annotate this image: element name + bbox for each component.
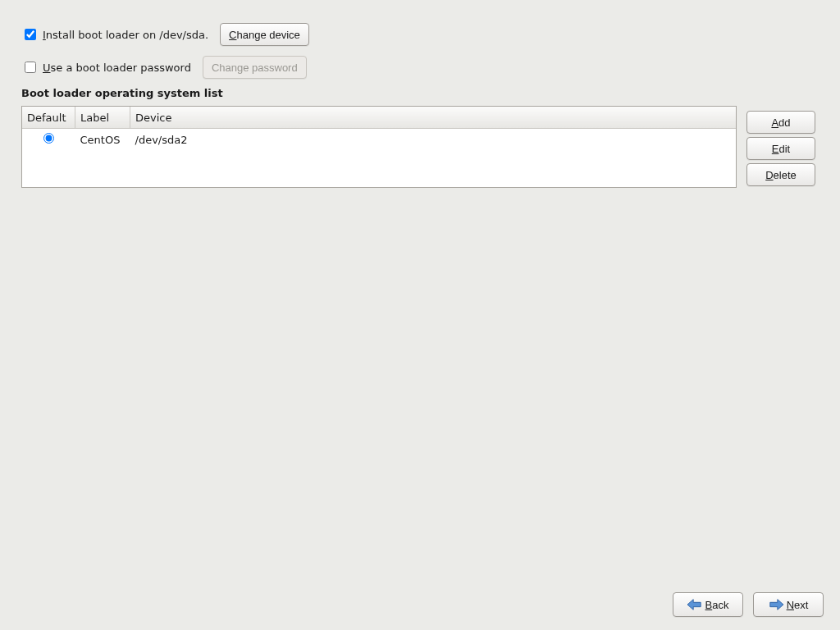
os-table-header-row: Default Label Device xyxy=(22,107,736,129)
bootloader-config-screen: Install boot loader on /dev/sda. Change … xyxy=(0,0,840,630)
column-header-label[interactable]: Label xyxy=(75,107,130,129)
change-device-button[interactable]: Change device xyxy=(220,23,309,46)
install-bootloader-label: Install boot loader on /dev/sda. xyxy=(43,29,208,41)
column-header-default[interactable]: Default xyxy=(22,107,75,129)
column-header-device[interactable]: Device xyxy=(130,107,737,129)
install-bootloader-row: Install boot loader on /dev/sda. Change … xyxy=(21,21,819,48)
os-list-title: Boot loader operating system list xyxy=(21,87,819,99)
table-row[interactable]: CentOS /dev/sda2 xyxy=(22,129,736,150)
arrow-left-icon xyxy=(687,599,702,610)
os-device-cell: /dev/sda2 xyxy=(130,129,737,150)
os-label-cell: CentOS xyxy=(75,129,130,150)
back-button[interactable]: Back xyxy=(673,592,743,617)
add-button[interactable]: Add xyxy=(746,111,815,134)
wizard-nav: Back Next xyxy=(673,592,824,617)
change-password-button: Change password xyxy=(203,56,307,79)
os-list-side-buttons: Add Edit Delete xyxy=(746,111,815,189)
use-bootloader-password-label: Use a boot loader password xyxy=(43,62,191,74)
os-list-area: Default Label Device CentOS /dev/sda2 xyxy=(21,106,819,189)
arrow-right-icon xyxy=(769,599,783,610)
os-table: Default Label Device CentOS /dev/sda2 xyxy=(22,107,736,149)
install-bootloader-checkbox[interactable] xyxy=(25,29,36,40)
edit-button[interactable]: Edit xyxy=(746,137,815,160)
os-default-radio[interactable] xyxy=(43,133,54,144)
use-bootloader-password-checkbox[interactable] xyxy=(25,62,36,73)
os-default-cell[interactable] xyxy=(22,129,75,150)
bootloader-password-row: Use a boot loader password Change passwo… xyxy=(21,54,819,80)
os-table-container: Default Label Device CentOS /dev/sda2 xyxy=(21,106,737,188)
delete-button[interactable]: Delete xyxy=(746,163,815,186)
next-button[interactable]: Next xyxy=(753,592,824,617)
